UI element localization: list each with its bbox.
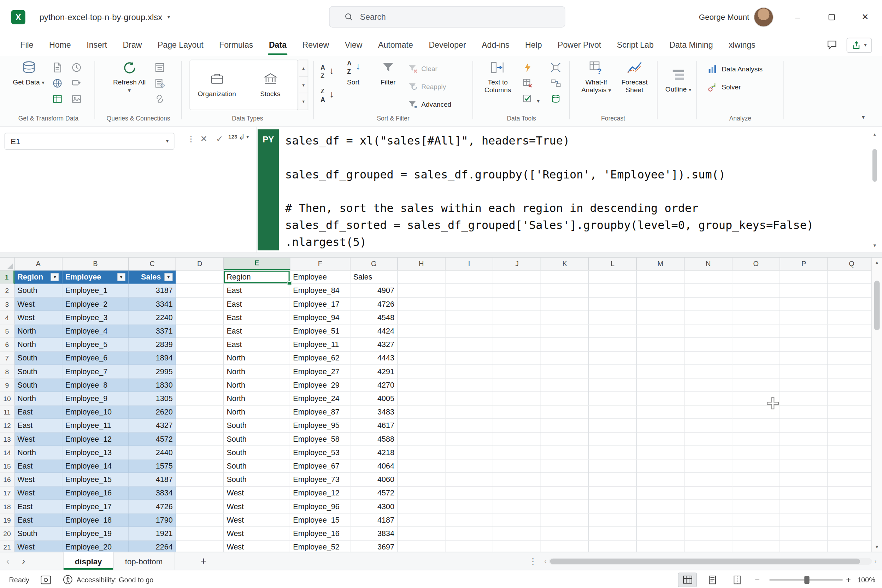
cell-C19[interactable]: 1790 — [129, 513, 176, 527]
cell-C10[interactable]: 1305 — [129, 392, 176, 405]
cell-H2[interactable] — [398, 284, 445, 297]
ribbon-tab-data[interactable]: Data — [261, 34, 295, 57]
cell-F14[interactable]: Employee_53 — [290, 446, 350, 459]
horizontal-scroll-thumb[interactable] — [550, 559, 860, 564]
cell-F12[interactable]: Employee_95 — [290, 419, 350, 432]
cell-B7[interactable]: Employee_6 — [63, 352, 129, 365]
search-box[interactable]: Search — [329, 6, 566, 28]
cell-D10[interactable] — [176, 392, 224, 405]
cell-H16[interactable] — [398, 473, 445, 487]
cell-O7[interactable] — [732, 352, 780, 365]
cell-D11[interactable] — [176, 406, 224, 419]
cell-O15[interactable] — [732, 460, 780, 473]
cell-A1[interactable]: Region▼ — [15, 271, 62, 284]
cell-M4[interactable] — [637, 311, 684, 324]
cell-G13[interactable]: 4588 — [351, 432, 398, 446]
cell-N6[interactable] — [684, 338, 732, 352]
cell-Q17[interactable] — [828, 487, 876, 500]
cell-E2[interactable]: East — [224, 284, 291, 297]
row-header-9[interactable]: 9 — [0, 378, 15, 392]
cell-A8[interactable]: South — [15, 365, 62, 378]
cell-E18[interactable]: West — [224, 500, 291, 513]
row-header-3[interactable]: 3 — [0, 297, 15, 311]
cell-L12[interactable] — [589, 419, 637, 432]
cell-A6[interactable]: North — [15, 338, 62, 352]
cell-G8[interactable]: 4291 — [351, 365, 398, 378]
formula-scroll-thumb[interactable] — [873, 149, 877, 182]
cell-H15[interactable] — [398, 460, 445, 473]
comments-button[interactable] — [826, 39, 837, 51]
cell-C11[interactable]: 2620 — [129, 406, 176, 419]
cell-I19[interactable] — [446, 513, 493, 527]
column-header-N[interactable]: N — [684, 258, 732, 270]
cell-P12[interactable] — [780, 419, 828, 432]
cell-E7[interactable]: North — [224, 352, 291, 365]
vertical-scroll-thumb[interactable] — [874, 280, 880, 330]
share-button[interactable]: ▾ — [847, 38, 872, 52]
cell-D9[interactable] — [176, 378, 224, 392]
cell-P7[interactable] — [780, 352, 828, 365]
cell-Q14[interactable] — [828, 446, 876, 459]
cell-I3[interactable] — [446, 297, 493, 311]
cell-K8[interactable] — [541, 365, 589, 378]
cell-F11[interactable]: Employee_87 — [290, 406, 350, 419]
cell-B19[interactable]: Employee_18 — [63, 513, 129, 527]
cell-J7[interactable] — [493, 352, 541, 365]
cell-A18[interactable]: East — [15, 500, 62, 513]
cell-F5[interactable]: Employee_51 — [290, 324, 350, 338]
cell-E20[interactable]: West — [224, 527, 291, 541]
excel-logo-icon[interactable]: X — [11, 10, 26, 24]
cell-M14[interactable] — [637, 446, 684, 459]
cell-K10[interactable] — [541, 392, 589, 405]
forecast-sheet-button[interactable]: Forecast Sheet — [618, 59, 652, 94]
cell-A14[interactable]: North — [15, 446, 62, 459]
cell-P6[interactable] — [780, 338, 828, 352]
cell-O16[interactable] — [732, 473, 780, 487]
user-name[interactable]: George Mount — [699, 0, 749, 34]
formula-bar-options-icon[interactable]: ⋮ — [187, 134, 195, 143]
ribbon-tab-draw[interactable]: Draw — [115, 34, 150, 57]
filter-button[interactable]: Filter — [374, 59, 403, 86]
cancel-button[interactable]: ✕ — [200, 134, 207, 143]
cell-G17[interactable]: 4572 — [351, 487, 398, 500]
cell-E3[interactable]: East — [224, 297, 291, 311]
avatar[interactable] — [754, 8, 774, 27]
cell-K21[interactable] — [541, 541, 589, 552]
column-header-B[interactable]: B — [63, 258, 129, 270]
cell-M20[interactable] — [637, 527, 684, 541]
cell-K6[interactable] — [541, 338, 589, 352]
cell-J15[interactable] — [493, 460, 541, 473]
text-to-columns-button[interactable]: Text to Columns — [479, 59, 516, 94]
cell-B8[interactable]: Employee_7 — [63, 365, 129, 378]
cell-J21[interactable] — [493, 541, 541, 552]
cell-D4[interactable] — [176, 311, 224, 324]
cell-I7[interactable] — [446, 352, 493, 365]
cell-O1[interactable] — [732, 271, 780, 284]
cell-G19[interactable]: 4187 — [351, 513, 398, 527]
cell-J12[interactable] — [493, 419, 541, 432]
cell-A15[interactable]: East — [15, 460, 62, 473]
cell-L17[interactable] — [589, 487, 637, 500]
cell-P20[interactable] — [780, 527, 828, 541]
cell-O9[interactable] — [732, 378, 780, 392]
cell-C5[interactable]: 3371 — [129, 324, 176, 338]
cell-F17[interactable]: Employee_12 — [290, 487, 350, 500]
ribbon-tab-automate[interactable]: Automate — [370, 34, 421, 57]
cell-H8[interactable] — [398, 365, 445, 378]
cell-H3[interactable] — [398, 297, 445, 311]
accessibility-status[interactable]: Accessibility: Good to go — [63, 570, 153, 588]
cell-Q16[interactable] — [828, 473, 876, 487]
cell-N9[interactable] — [684, 378, 732, 392]
cell-A5[interactable]: North — [15, 324, 62, 338]
minimize-button[interactable]: – — [781, 0, 814, 34]
cell-N5[interactable] — [684, 324, 732, 338]
zoom-slider[interactable] — [770, 579, 843, 580]
ribbon-tab-insert[interactable]: Insert — [79, 34, 115, 57]
ribbon-tab-developer[interactable]: Developer — [421, 34, 474, 57]
cell-B3[interactable]: Employee_2 — [63, 297, 129, 311]
cell-B1[interactable]: Employee▼ — [63, 271, 129, 284]
cell-I21[interactable] — [446, 541, 493, 552]
data-validation-icon[interactable] — [521, 92, 534, 106]
cell-F8[interactable]: Employee_27 — [290, 365, 350, 378]
cell-F19[interactable]: Employee_15 — [290, 513, 350, 527]
